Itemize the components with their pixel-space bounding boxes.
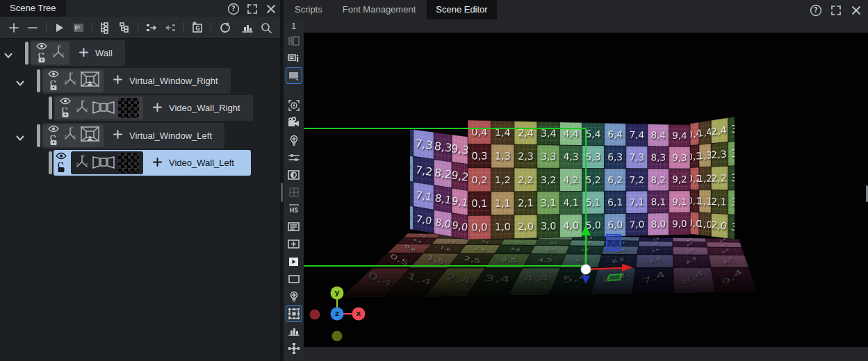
plus-icon[interactable] xyxy=(153,102,162,115)
scene-tree-toolbar xyxy=(0,17,280,39)
add-node-button[interactable] xyxy=(7,20,22,35)
chevron-down-icon[interactable] xyxy=(16,132,24,144)
toolbar-separator xyxy=(138,22,138,33)
layout-split-button[interactable] xyxy=(286,33,302,49)
visibility-eye-icon[interactable] xyxy=(56,150,67,162)
row-handle[interactable] xyxy=(37,69,40,92)
gizmo-mode-button[interactable] xyxy=(286,184,302,201)
stats-bars-button[interactable] xyxy=(286,323,302,339)
application-window: Scene Tree xyxy=(0,0,868,361)
axes-tripod-icon xyxy=(75,153,89,174)
chevron-down-icon[interactable] xyxy=(4,49,13,62)
tree-item-label[interactable]: Video_Wall_Left xyxy=(169,158,234,168)
texture-thumbnail xyxy=(118,153,139,173)
collapse-all-button[interactable] xyxy=(117,20,132,35)
tree-item-label[interactable]: Virtual_Window_Left xyxy=(129,131,212,141)
texture-thumbnail xyxy=(118,98,139,118)
viewport-toolbar: 1 xyxy=(284,19,304,361)
close-panel-button[interactable] xyxy=(849,3,862,17)
grid-plus-button[interactable] xyxy=(286,340,302,357)
scrollbar-thumb[interactable] xyxy=(281,183,283,202)
remove-node-button[interactable] xyxy=(26,20,40,35)
tree-row-video-wall-right[interactable]: Video_Wall_Right xyxy=(0,95,280,121)
unlock-icon[interactable] xyxy=(49,135,58,149)
row-handle[interactable] xyxy=(49,151,52,174)
tree-row-video-wall-left-selected[interactable]: Video_Wall_Left xyxy=(0,150,280,176)
tab-scene-tree[interactable]: Scene Tree xyxy=(0,0,66,17)
plus-icon[interactable] xyxy=(153,157,162,169)
light-bulb-button[interactable] xyxy=(286,288,302,305)
tab-font-management[interactable]: Font Management xyxy=(334,0,425,19)
safe-frame-button[interactable] xyxy=(286,219,302,235)
row-handle[interactable] xyxy=(25,42,28,65)
plus-icon[interactable] xyxy=(113,74,122,87)
frame-button[interactable] xyxy=(286,271,302,287)
tree-row-virtual-window-right[interactable]: Virtual_Window_Right xyxy=(0,68,280,94)
close-panel-button[interactable] xyxy=(263,1,277,15)
play-button[interactable] xyxy=(53,20,67,35)
tree-item-label[interactable]: Video_Wall_Right xyxy=(169,103,240,113)
unlock-icon[interactable] xyxy=(60,108,70,121)
tree-row-virtual-window-left[interactable]: Virtual_Window_Left xyxy=(0,123,280,149)
scene-tree-panel: Scene Tree xyxy=(0,0,280,361)
row-handle[interactable] xyxy=(37,124,40,147)
camera-focus-button[interactable] xyxy=(286,97,302,114)
frame-plus-button[interactable] xyxy=(286,236,302,253)
stats-button[interactable] xyxy=(240,20,255,35)
axes-tripod-icon xyxy=(75,98,89,119)
move-right-button[interactable] xyxy=(145,20,159,35)
search-button[interactable] xyxy=(259,20,273,35)
axes-tripod-icon xyxy=(63,125,77,146)
tree-row-wall[interactable]: Wall xyxy=(0,40,280,66)
virtual-window-icon xyxy=(81,126,99,145)
axes-tripod-icon xyxy=(51,43,65,64)
comment-info-button[interactable] xyxy=(286,50,302,67)
expand-all-button[interactable] xyxy=(99,20,113,35)
visibility-eye-icon[interactable] xyxy=(60,95,71,108)
hs-mode-button[interactable] xyxy=(286,201,302,218)
scene-editor-tabbar: Scripts Font Management Scene Editor xyxy=(284,0,868,19)
refresh-button[interactable] xyxy=(218,20,232,35)
viewport-3d[interactable] xyxy=(304,33,868,347)
light-view-button[interactable] xyxy=(286,132,302,149)
add-group-button[interactable] xyxy=(190,20,205,35)
camera-button[interactable] xyxy=(286,115,302,131)
panorama-screen-icon xyxy=(92,154,115,172)
visibility-eye-icon[interactable] xyxy=(48,123,59,135)
render-mode-button[interactable] xyxy=(286,67,302,84)
plus-icon[interactable] xyxy=(113,129,122,142)
scene-sliders-button[interactable] xyxy=(286,149,302,166)
play-box-button[interactable] xyxy=(286,253,302,270)
unlock-icon[interactable] xyxy=(37,53,47,66)
toolbar-separator xyxy=(211,22,211,33)
chevron-down-icon[interactable] xyxy=(16,77,24,90)
flag-button[interactable] xyxy=(72,20,86,35)
scene-editor-panel: Scripts Font Management Scene Editor 1 xyxy=(284,0,868,361)
visibility-eye-icon[interactable] xyxy=(48,68,59,81)
unlock-icon[interactable] xyxy=(56,162,66,176)
toolbar-separator xyxy=(183,22,184,33)
expand-panel-button[interactable] xyxy=(828,3,842,17)
help-button[interactable] xyxy=(226,1,240,15)
toolbar-separator xyxy=(46,22,47,33)
axes-tripod-icon xyxy=(63,70,77,91)
toolbar-separator xyxy=(92,22,92,33)
tab-scripts[interactable]: Scripts xyxy=(286,0,331,19)
visibility-eye-icon[interactable] xyxy=(36,40,47,53)
plus-icon[interactable] xyxy=(79,47,88,60)
scene-tree: Wall Virtual_Window_Righ xyxy=(0,39,280,176)
viewport-index-label: 1 xyxy=(291,19,296,33)
tree-item-label[interactable]: Wall xyxy=(95,48,113,58)
unlock-icon[interactable] xyxy=(49,81,58,94)
move-left-button[interactable] xyxy=(163,20,177,35)
help-button[interactable] xyxy=(808,3,822,17)
row-handle[interactable] xyxy=(49,96,52,119)
tree-item-label[interactable]: Virtual_Window_Right xyxy=(129,76,218,86)
virtual-window-icon xyxy=(81,72,99,90)
scene-tree-header: Scene Tree xyxy=(0,0,280,17)
tab-scene-editor[interactable]: Scene Editor xyxy=(427,0,496,19)
expand-panel-button[interactable] xyxy=(245,1,259,15)
contrast-button[interactable] xyxy=(286,167,302,183)
panorama-screen-icon xyxy=(92,99,115,117)
grid-select-button[interactable] xyxy=(286,305,302,322)
